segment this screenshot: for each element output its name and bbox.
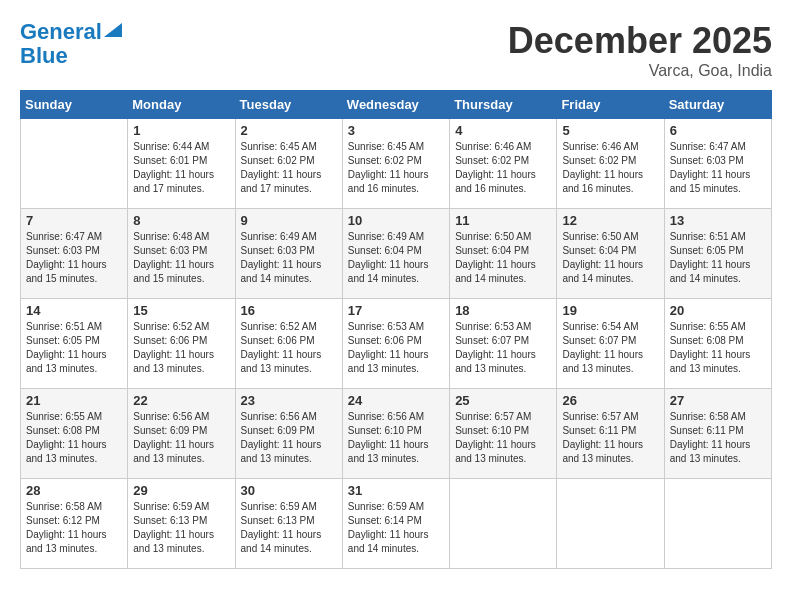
day-info: Sunrise: 6:59 AMSunset: 6:13 PMDaylight:… — [241, 500, 337, 556]
day-cell: 2Sunrise: 6:45 AMSunset: 6:02 PMDaylight… — [235, 119, 342, 209]
day-number: 5 — [562, 123, 658, 138]
svg-marker-0 — [104, 23, 122, 37]
day-info: Sunrise: 6:52 AMSunset: 6:06 PMDaylight:… — [133, 320, 229, 376]
day-info: Sunrise: 6:54 AMSunset: 6:07 PMDaylight:… — [562, 320, 658, 376]
day-info: Sunrise: 6:50 AMSunset: 6:04 PMDaylight:… — [455, 230, 551, 286]
day-cell: 5Sunrise: 6:46 AMSunset: 6:02 PMDaylight… — [557, 119, 664, 209]
day-number: 28 — [26, 483, 122, 498]
day-cell: 7Sunrise: 6:47 AMSunset: 6:03 PMDaylight… — [21, 209, 128, 299]
day-header-sunday: Sunday — [21, 91, 128, 119]
day-header-thursday: Thursday — [450, 91, 557, 119]
day-cell: 19Sunrise: 6:54 AMSunset: 6:07 PMDayligh… — [557, 299, 664, 389]
day-info: Sunrise: 6:49 AMSunset: 6:04 PMDaylight:… — [348, 230, 444, 286]
day-info: Sunrise: 6:59 AMSunset: 6:14 PMDaylight:… — [348, 500, 444, 556]
day-cell: 28Sunrise: 6:58 AMSunset: 6:12 PMDayligh… — [21, 479, 128, 569]
day-number: 12 — [562, 213, 658, 228]
day-info: Sunrise: 6:53 AMSunset: 6:06 PMDaylight:… — [348, 320, 444, 376]
calendar-table: SundayMondayTuesdayWednesdayThursdayFrid… — [20, 90, 772, 569]
day-info: Sunrise: 6:55 AMSunset: 6:08 PMDaylight:… — [26, 410, 122, 466]
logo: General Blue — [20, 20, 122, 68]
day-number: 7 — [26, 213, 122, 228]
day-info: Sunrise: 6:51 AMSunset: 6:05 PMDaylight:… — [670, 230, 766, 286]
day-info: Sunrise: 6:45 AMSunset: 6:02 PMDaylight:… — [241, 140, 337, 196]
day-cell: 24Sunrise: 6:56 AMSunset: 6:10 PMDayligh… — [342, 389, 449, 479]
week-row-4: 21Sunrise: 6:55 AMSunset: 6:08 PMDayligh… — [21, 389, 772, 479]
week-row-2: 7Sunrise: 6:47 AMSunset: 6:03 PMDaylight… — [21, 209, 772, 299]
day-number: 16 — [241, 303, 337, 318]
day-info: Sunrise: 6:45 AMSunset: 6:02 PMDaylight:… — [348, 140, 444, 196]
day-info: Sunrise: 6:58 AMSunset: 6:11 PMDaylight:… — [670, 410, 766, 466]
day-number: 17 — [348, 303, 444, 318]
day-number: 13 — [670, 213, 766, 228]
day-info: Sunrise: 6:51 AMSunset: 6:05 PMDaylight:… — [26, 320, 122, 376]
day-header-saturday: Saturday — [664, 91, 771, 119]
day-cell: 31Sunrise: 6:59 AMSunset: 6:14 PMDayligh… — [342, 479, 449, 569]
day-cell: 11Sunrise: 6:50 AMSunset: 6:04 PMDayligh… — [450, 209, 557, 299]
title-section: December 2025 Varca, Goa, India — [508, 20, 772, 80]
week-row-1: 1Sunrise: 6:44 AMSunset: 6:01 PMDaylight… — [21, 119, 772, 209]
day-info: Sunrise: 6:56 AMSunset: 6:09 PMDaylight:… — [241, 410, 337, 466]
page-header: General Blue December 2025 Varca, Goa, I… — [20, 20, 772, 80]
day-cell: 20Sunrise: 6:55 AMSunset: 6:08 PMDayligh… — [664, 299, 771, 389]
day-cell: 23Sunrise: 6:56 AMSunset: 6:09 PMDayligh… — [235, 389, 342, 479]
day-cell: 16Sunrise: 6:52 AMSunset: 6:06 PMDayligh… — [235, 299, 342, 389]
day-info: Sunrise: 6:57 AMSunset: 6:11 PMDaylight:… — [562, 410, 658, 466]
day-cell: 18Sunrise: 6:53 AMSunset: 6:07 PMDayligh… — [450, 299, 557, 389]
day-number: 18 — [455, 303, 551, 318]
week-row-5: 28Sunrise: 6:58 AMSunset: 6:12 PMDayligh… — [21, 479, 772, 569]
day-info: Sunrise: 6:56 AMSunset: 6:10 PMDaylight:… — [348, 410, 444, 466]
day-number: 10 — [348, 213, 444, 228]
day-info: Sunrise: 6:56 AMSunset: 6:09 PMDaylight:… — [133, 410, 229, 466]
day-info: Sunrise: 6:44 AMSunset: 6:01 PMDaylight:… — [133, 140, 229, 196]
day-info: Sunrise: 6:46 AMSunset: 6:02 PMDaylight:… — [455, 140, 551, 196]
week-row-3: 14Sunrise: 6:51 AMSunset: 6:05 PMDayligh… — [21, 299, 772, 389]
day-number: 8 — [133, 213, 229, 228]
day-cell: 27Sunrise: 6:58 AMSunset: 6:11 PMDayligh… — [664, 389, 771, 479]
day-info: Sunrise: 6:52 AMSunset: 6:06 PMDaylight:… — [241, 320, 337, 376]
day-header-friday: Friday — [557, 91, 664, 119]
day-info: Sunrise: 6:58 AMSunset: 6:12 PMDaylight:… — [26, 500, 122, 556]
day-info: Sunrise: 6:50 AMSunset: 6:04 PMDaylight:… — [562, 230, 658, 286]
day-cell: 13Sunrise: 6:51 AMSunset: 6:05 PMDayligh… — [664, 209, 771, 299]
day-info: Sunrise: 6:47 AMSunset: 6:03 PMDaylight:… — [26, 230, 122, 286]
day-number: 22 — [133, 393, 229, 408]
day-header-monday: Monday — [128, 91, 235, 119]
day-cell: 4Sunrise: 6:46 AMSunset: 6:02 PMDaylight… — [450, 119, 557, 209]
day-cell: 8Sunrise: 6:48 AMSunset: 6:03 PMDaylight… — [128, 209, 235, 299]
day-cell: 17Sunrise: 6:53 AMSunset: 6:06 PMDayligh… — [342, 299, 449, 389]
day-number: 6 — [670, 123, 766, 138]
day-info: Sunrise: 6:59 AMSunset: 6:13 PMDaylight:… — [133, 500, 229, 556]
month-title: December 2025 — [508, 20, 772, 62]
day-number: 30 — [241, 483, 337, 498]
day-cell: 29Sunrise: 6:59 AMSunset: 6:13 PMDayligh… — [128, 479, 235, 569]
logo-icon — [104, 19, 122, 37]
day-number: 19 — [562, 303, 658, 318]
day-number: 20 — [670, 303, 766, 318]
day-cell: 12Sunrise: 6:50 AMSunset: 6:04 PMDayligh… — [557, 209, 664, 299]
header-row: SundayMondayTuesdayWednesdayThursdayFrid… — [21, 91, 772, 119]
day-number: 25 — [455, 393, 551, 408]
day-number: 26 — [562, 393, 658, 408]
day-info: Sunrise: 6:55 AMSunset: 6:08 PMDaylight:… — [670, 320, 766, 376]
day-cell: 1Sunrise: 6:44 AMSunset: 6:01 PMDaylight… — [128, 119, 235, 209]
day-number: 15 — [133, 303, 229, 318]
day-cell — [21, 119, 128, 209]
day-cell: 14Sunrise: 6:51 AMSunset: 6:05 PMDayligh… — [21, 299, 128, 389]
location: Varca, Goa, India — [508, 62, 772, 80]
day-cell: 25Sunrise: 6:57 AMSunset: 6:10 PMDayligh… — [450, 389, 557, 479]
day-cell: 10Sunrise: 6:49 AMSunset: 6:04 PMDayligh… — [342, 209, 449, 299]
day-info: Sunrise: 6:49 AMSunset: 6:03 PMDaylight:… — [241, 230, 337, 286]
day-cell: 15Sunrise: 6:52 AMSunset: 6:06 PMDayligh… — [128, 299, 235, 389]
day-cell — [557, 479, 664, 569]
day-number: 24 — [348, 393, 444, 408]
day-cell: 26Sunrise: 6:57 AMSunset: 6:11 PMDayligh… — [557, 389, 664, 479]
day-info: Sunrise: 6:53 AMSunset: 6:07 PMDaylight:… — [455, 320, 551, 376]
day-cell: 21Sunrise: 6:55 AMSunset: 6:08 PMDayligh… — [21, 389, 128, 479]
day-cell: 9Sunrise: 6:49 AMSunset: 6:03 PMDaylight… — [235, 209, 342, 299]
day-number: 4 — [455, 123, 551, 138]
day-number: 14 — [26, 303, 122, 318]
day-cell: 6Sunrise: 6:47 AMSunset: 6:03 PMDaylight… — [664, 119, 771, 209]
day-cell: 30Sunrise: 6:59 AMSunset: 6:13 PMDayligh… — [235, 479, 342, 569]
day-cell: 3Sunrise: 6:45 AMSunset: 6:02 PMDaylight… — [342, 119, 449, 209]
day-info: Sunrise: 6:48 AMSunset: 6:03 PMDaylight:… — [133, 230, 229, 286]
